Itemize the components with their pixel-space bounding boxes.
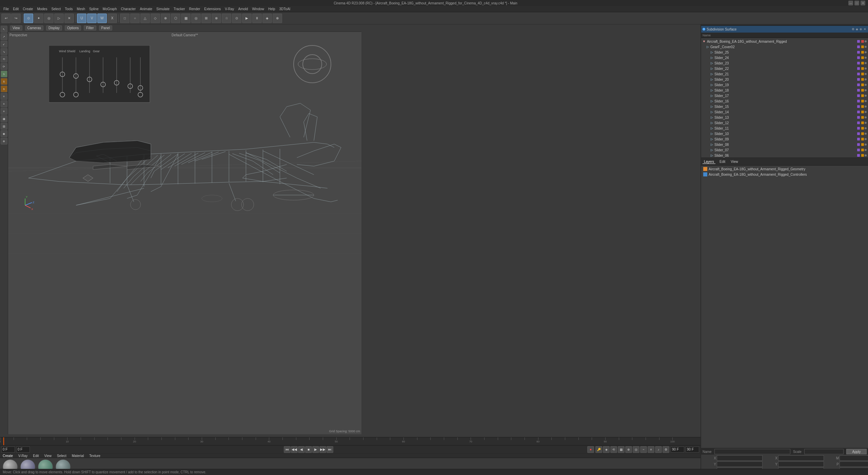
- move-button[interactable]: U: [77, 14, 86, 23]
- tree-item-2[interactable]: ▷ Slider_25: [701, 50, 868, 55]
- viewport-btn-cameras[interactable]: Cameras: [25, 25, 44, 31]
- current-frame-input[interactable]: [671, 446, 684, 453]
- menu-item-mograph[interactable]: MoGraph: [101, 6, 119, 12]
- tree-item-19[interactable]: ▷ Slider_08: [701, 142, 868, 147]
- tree-item-8[interactable]: ▷ Slider_19: [701, 82, 868, 88]
- x-input[interactable]: [717, 455, 763, 461]
- tree-item-11[interactable]: ▷ Slider_16: [701, 98, 868, 104]
- rotate-button[interactable]: W: [97, 14, 107, 23]
- scale-input[interactable]: [804, 449, 844, 454]
- scale-tool-button[interactable]: ↘: [1, 48, 7, 55]
- tree-item-0[interactable]: ▼ Aircraft_Boeing_EA-18G_without_Armamen…: [701, 39, 868, 44]
- circle-btn-button[interactable]: ◉: [1, 130, 7, 137]
- snap-icon[interactable]: ⊕: [625, 446, 632, 453]
- menu-item-3dtoai[interactable]: 3DToAI: [277, 6, 293, 12]
- record-button[interactable]: ●: [587, 446, 594, 453]
- y-input[interactable]: [717, 461, 763, 467]
- toolbar-btn-5[interactable]: ⬡: [171, 14, 180, 23]
- toolbar-btn-1[interactable]: ○: [130, 14, 140, 23]
- menu-item-mesh[interactable]: Mesh: [75, 6, 87, 12]
- toolbar-btn-6[interactable]: ▦: [181, 14, 191, 23]
- toolbar-btn-14[interactable]: ◈: [262, 14, 272, 23]
- go-start-button[interactable]: ⏮: [284, 446, 291, 453]
- timeline-cursor[interactable]: [3, 437, 4, 445]
- menu-item-create[interactable]: Create: [21, 6, 35, 12]
- tree-item-17[interactable]: ▷ Slider_10: [701, 131, 868, 136]
- mat-tab-edit[interactable]: Edit: [32, 454, 40, 458]
- texture-mode-button[interactable]: ✦: [34, 14, 43, 23]
- py-input[interactable]: [778, 461, 824, 467]
- toolbar-btn-2[interactable]: △: [140, 14, 150, 23]
- menu-item-extensions[interactable]: Extensions: [202, 6, 223, 12]
- timeline-track[interactable]: 0102030405060708090100: [0, 437, 701, 445]
- tree-item-1[interactable]: ▷ GearF_Cover02: [701, 44, 868, 50]
- apply-button[interactable]: Apply: [846, 449, 867, 454]
- menu-item-tools[interactable]: Tools: [63, 6, 75, 12]
- toolbar-btn-8[interactable]: ⊞: [201, 14, 211, 23]
- move-tool-button[interactable]: ↙: [1, 41, 7, 48]
- play-back-button[interactable]: ◀: [298, 446, 305, 453]
- undo-button[interactable]: ↩: [1, 14, 11, 23]
- toolbar-btn-0[interactable]: □: [120, 14, 130, 23]
- toolbar-btn-9[interactable]: ⊗: [212, 14, 221, 23]
- onion-icon[interactable]: ◎: [633, 446, 639, 453]
- object-mode-button[interactable]: ◎: [44, 14, 54, 23]
- view-tab-layers[interactable]: View: [729, 160, 739, 164]
- toolbar-btn-12[interactable]: ▶: [242, 14, 252, 23]
- tree-item-18[interactable]: ▷ Slider_09: [701, 136, 868, 142]
- mat-tab-texture[interactable]: Texture: [88, 454, 102, 458]
- select-rect-button[interactable]: ↖: [1, 26, 7, 33]
- tree-item-6[interactable]: ▷ Slider_21: [701, 71, 868, 77]
- mat-tab-create[interactable]: Create: [1, 454, 14, 458]
- tree-item-15[interactable]: ▷ Slider_12: [701, 120, 868, 126]
- spline2-btn-button[interactable]: $: [1, 86, 7, 92]
- loop-icon[interactable]: ⟲: [610, 446, 617, 453]
- subdiv-icon-2[interactable]: ◈: [855, 27, 859, 31]
- tree-item-13[interactable]: ▷ Slider_14: [701, 109, 868, 115]
- tree-item-10[interactable]: ▷ Slider_17: [701, 93, 868, 98]
- tree-item-14[interactable]: ▷ Slider_13: [701, 115, 868, 120]
- menu-item-spline[interactable]: Spline: [87, 6, 101, 12]
- viewport-btn-display[interactable]: Display: [46, 25, 62, 31]
- menu-item-animate[interactable]: Animate: [138, 6, 154, 12]
- anim-mode-button[interactable]: ✕: [64, 14, 74, 23]
- viewport-btn-view[interactable]: View: [10, 25, 22, 31]
- mat-tab-select[interactable]: Select: [56, 454, 68, 458]
- snap-tool-button[interactable]: ⟳: [1, 63, 7, 70]
- tree-item-3[interactable]: ▷ Slider_24: [701, 55, 868, 60]
- mat-tab-view[interactable]: View: [43, 454, 53, 458]
- tree-item-12[interactable]: ▷ Slider_15: [701, 104, 868, 109]
- tree-item-21[interactable]: ▷ Slider_06: [701, 153, 868, 157]
- tree-item-7[interactable]: ▷ Slider_20: [701, 77, 868, 82]
- toolbar-btn-7[interactable]: ◎: [191, 14, 201, 23]
- layer1-btn-button[interactable]: ≡: [1, 93, 7, 100]
- layer2-btn-button[interactable]: ≡: [1, 100, 7, 107]
- tree-item-9[interactable]: ▷ Slider_18: [701, 88, 868, 93]
- frame-end-input[interactable]: [16, 446, 30, 453]
- menu-item-tracker[interactable]: Tracker: [172, 6, 187, 12]
- layer-item-1[interactable]: Aircraft_Boeing_EA-18G_without_Armament_…: [702, 172, 867, 177]
- key-icon[interactable]: 🔑: [595, 446, 602, 453]
- menu-item-modes[interactable]: Modes: [35, 6, 49, 12]
- mode-icon[interactable]: ▦: [618, 446, 625, 453]
- hx-input[interactable]: [778, 455, 824, 461]
- tree-item-5[interactable]: ▷ Slider_22: [701, 66, 868, 71]
- viewport-btn-options[interactable]: Options: [65, 25, 81, 31]
- menu-item-arnold[interactable]: Arnold: [236, 6, 250, 12]
- toolbar-btn-13[interactable]: ⏸: [252, 14, 262, 23]
- audio-icon[interactable]: ♪: [655, 446, 662, 453]
- menu-item-edit[interactable]: Edit: [11, 6, 21, 12]
- subdiv-icon-3[interactable]: ⊕: [859, 27, 863, 31]
- menu-item-v-ray[interactable]: V-Ray: [223, 6, 236, 12]
- viewport-btn-panel[interactable]: Panel: [99, 25, 113, 31]
- grid-btn-button[interactable]: ▦: [1, 115, 7, 122]
- layer3-btn-button[interactable]: ≡: [1, 108, 7, 115]
- step-back-button[interactable]: ◀◀: [291, 446, 298, 453]
- menu-item-simulate[interactable]: Simulate: [154, 6, 172, 12]
- toolbar-btn-10[interactable]: ☆: [222, 14, 231, 23]
- step-forward-button[interactable]: ▶▶: [319, 446, 326, 453]
- plus-btn-button[interactable]: ⊕: [1, 138, 7, 145]
- tree-item-20[interactable]: ▷ Slider_07: [701, 147, 868, 153]
- model-mode-button[interactable]: ⊙: [24, 14, 33, 23]
- frame-start-input[interactable]: [1, 446, 15, 453]
